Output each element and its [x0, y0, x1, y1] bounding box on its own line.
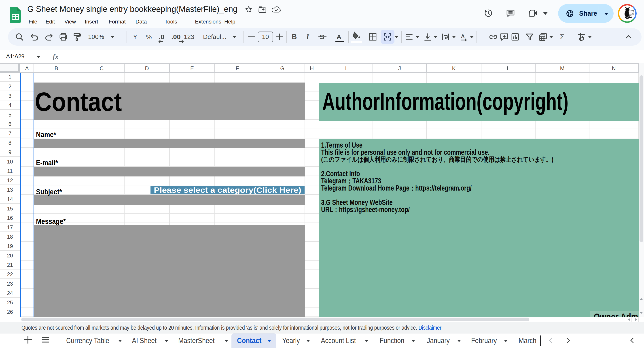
svg-text:A: A [461, 33, 465, 39]
